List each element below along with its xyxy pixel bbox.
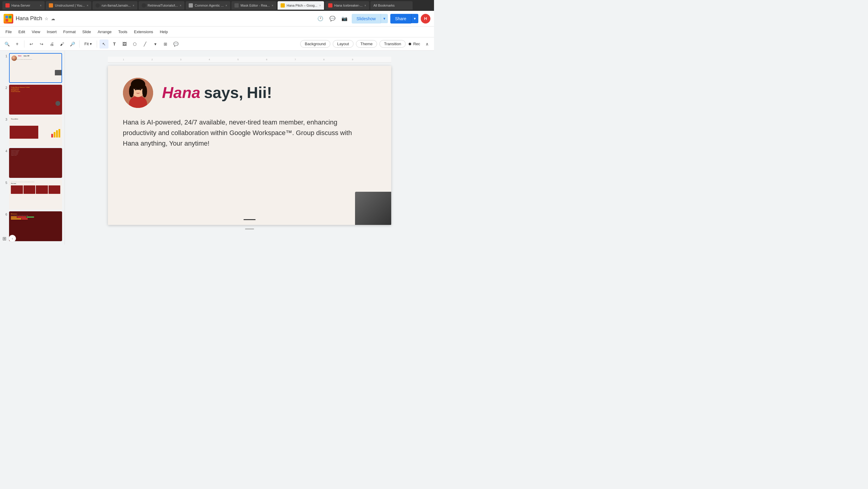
slide1-avatar: [11, 56, 17, 61]
table-button[interactable]: ⊞: [161, 39, 170, 49]
menu-slide[interactable]: Slide: [79, 28, 94, 35]
slide-thumb-4[interactable]: 4 Show how you solve theproblem you iden…: [2, 148, 62, 178]
redo-button[interactable]: ↪: [37, 39, 46, 49]
menu-help[interactable]: Help: [157, 28, 171, 35]
slide-img-6[interactable]: Milestones Set your targets and what to …: [9, 211, 62, 241]
menu-file[interactable]: File: [2, 28, 15, 35]
tab-favicon-hana-server: [5, 3, 10, 7]
transition-button[interactable]: Transition: [379, 40, 406, 48]
ruler-horizontal: 1 2 3 4 5 6 7 8 9: [108, 57, 391, 63]
slide5-label: The team: [11, 183, 60, 184]
rec-label: Rec: [413, 41, 420, 46]
history-button[interactable]: 🕐: [315, 14, 325, 24]
share-button-group: Share ▾: [390, 14, 418, 24]
tab-label-mask-editor: Mask Editor - Rea...: [241, 4, 270, 7]
menu-bar: File Edit View Insert Format Slide Arran…: [0, 27, 434, 37]
browser-tab-hana-pitch[interactable]: Hana Pitch – Goog... ×: [278, 1, 324, 10]
theme-button[interactable]: Theme: [356, 40, 377, 48]
slide2-circle: [56, 101, 60, 106]
tab-close-hana-pitch[interactable]: ×: [319, 4, 321, 7]
slide-thumb-1[interactable]: 1 Hana says, Hii! Hana is AI-powered, 24…: [2, 53, 62, 83]
pointer-button[interactable]: ↖: [99, 39, 108, 49]
toolbar: 🔍 + ↩ ↪ 🖨 🖌 🔎 Fit ▾ ↖ T 🖼 ⬡ ╱ ▾: [0, 37, 434, 51]
line-dropdown[interactable]: ▾: [151, 39, 160, 49]
avatar-svg: [123, 78, 153, 108]
tab-label-common-agentic: Common Agentic ...: [195, 4, 224, 7]
tab-favicon-hana-icebreaker: [328, 3, 333, 7]
menu-edit[interactable]: Edit: [16, 28, 28, 35]
slide-title: Hana says, Hii!: [162, 84, 272, 101]
menu-extensions[interactable]: Extensions: [131, 28, 156, 35]
slide3-dark: [10, 126, 38, 139]
grid-view-button[interactable]: ⊞: [2, 236, 6, 242]
tab-favicon-mask-editor: [235, 3, 239, 7]
tab-close-common-agentic[interactable]: ×: [225, 4, 227, 7]
tab-close-retrieval[interactable]: ×: [180, 4, 181, 7]
tab-close-unstructured[interactable]: ×: [87, 4, 88, 7]
app-title-icons: ☆ ☁: [44, 16, 55, 21]
svg-point-10: [142, 85, 147, 97]
browser-tab-hana-server[interactable]: Hana-Server ×: [2, 1, 44, 10]
image-button[interactable]: 🖼: [120, 39, 129, 49]
menu-arrange[interactable]: Arrange: [95, 28, 115, 35]
menu-tools[interactable]: Tools: [115, 28, 130, 35]
browser-tab-all-bookmarks[interactable]: All Bookmarks: [370, 1, 412, 10]
star-icon[interactable]: ☆: [44, 16, 49, 21]
share-button[interactable]: Share: [390, 14, 411, 24]
browser-tab-common-agentic[interactable]: Common Agentic ... ×: [186, 1, 230, 10]
insert-comment-button[interactable]: 💬: [171, 39, 180, 49]
menu-insert[interactable]: Insert: [44, 28, 60, 35]
rec-area: ⏺ Rec: [408, 41, 420, 46]
comment-button[interactable]: 💬: [328, 14, 337, 24]
menu-view[interactable]: View: [29, 28, 43, 35]
line-icon: ╱: [144, 41, 146, 47]
menu-format[interactable]: Format: [60, 28, 79, 35]
line-button[interactable]: ╱: [141, 39, 150, 49]
record-icon: ⏺: [408, 41, 412, 46]
account-button[interactable]: H: [421, 14, 430, 24]
collapse-toolbar-button[interactable]: ∧: [423, 39, 432, 49]
slide-img-4[interactable]: Show how you solve theproblem you identi…: [9, 148, 62, 178]
zoom-button[interactable]: 🔎: [68, 39, 77, 49]
undo-button[interactable]: ↩: [27, 39, 36, 49]
slide-thumb-2[interactable]: 2 Product Mission Statement: To Buildan …: [2, 85, 62, 115]
browser-tab-hana-icebreaker[interactable]: Hana Icebreaker-... ×: [325, 1, 369, 10]
slide-thumb-3[interactable]: 3 The problem: [2, 116, 62, 146]
slideshow-button[interactable]: Slideshow: [352, 14, 381, 24]
chevron-down-icon-2: ▾: [154, 41, 156, 47]
shape-button[interactable]: ⬡: [130, 39, 139, 49]
search-button[interactable]: 🔍: [2, 39, 11, 49]
tab-close-hana-server[interactable]: ×: [40, 4, 41, 7]
slide5-cards: [11, 185, 60, 194]
print-button[interactable]: 🖨: [47, 39, 56, 49]
slide-img-1[interactable]: Hana says, Hii! Hana is AI-powered, 24/7…: [9, 53, 62, 83]
collapse-panel-button[interactable]: ‹: [9, 235, 16, 242]
share-dropdown-button[interactable]: ▾: [411, 14, 418, 23]
text-button[interactable]: T: [110, 39, 119, 49]
paint-format-button[interactable]: 🖌: [58, 39, 67, 49]
browser-tab-run-llama[interactable]: run-llama/Llamaln... ×: [93, 1, 137, 10]
slide-img-2[interactable]: Product Mission Statement: To Buildan AI…: [9, 85, 62, 115]
slideshow-dropdown-button[interactable]: ▾: [381, 14, 388, 23]
browser-tab-mask-editor[interactable]: Mask Editor - Rea... ×: [231, 1, 276, 10]
browser-tab-unstructured[interactable]: Unstructured | You... ×: [46, 1, 91, 10]
slide-img-3[interactable]: The problem: [9, 116, 62, 146]
title-hana: Hana: [162, 84, 200, 101]
app-logo: [4, 14, 13, 24]
tab-close-mask-editor[interactable]: ×: [272, 4, 273, 7]
zoom-in-button[interactable]: +: [13, 39, 22, 49]
tab-label-retrieval: RetrievalTutorials/t...: [148, 4, 178, 7]
background-button[interactable]: Background: [300, 40, 330, 48]
zoom-fit-button[interactable]: Fit ▾: [82, 40, 94, 47]
browser-tab-retrieval[interactable]: RetrievalTutorials/t... ×: [138, 1, 184, 10]
meeting-button[interactable]: 📷: [340, 14, 349, 24]
slide1-title-hana: Hana: [18, 55, 22, 57]
layout-button[interactable]: Layout: [333, 40, 353, 48]
tab-close-hana-icebreaker[interactable]: ×: [364, 4, 366, 7]
svg-rect-1: [5, 16, 8, 19]
tab-close-run-llama[interactable]: ×: [133, 4, 134, 7]
slide-thumb-5[interactable]: 5 Knows the problem. You are the one to …: [2, 180, 62, 210]
slide-img-5[interactable]: Knows the problem. You are the one to so…: [9, 180, 62, 210]
record-button[interactable]: ⏺ Rec: [408, 41, 420, 46]
slide-num-6: 6: [2, 213, 7, 216]
